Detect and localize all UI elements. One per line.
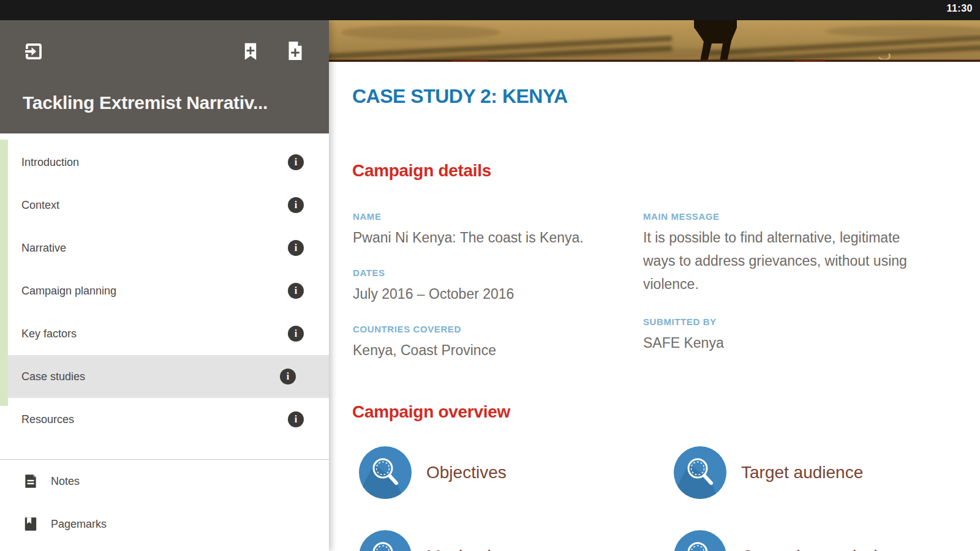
sidebar-tools: Notes Pagemarks: [0, 460, 329, 545]
sidebar-item-key-factors[interactable]: Key factors i: [0, 312, 329, 355]
overview-heading: Campaign overview: [352, 402, 510, 422]
magnifier-icon: [359, 530, 412, 551]
main-content: CASE STUDY 2: KENYA Campaign details NAM…: [329, 20, 980, 551]
overview-item-mechanisms[interactable]: Mechanisms: [359, 530, 522, 551]
chapter-nav: Introduction i Context i Narrative i Cam…: [0, 141, 329, 441]
app-screen: 11:30: [0, 0, 980, 551]
add-pagemark-button[interactable]: [240, 40, 261, 62]
add-pagemark-icon: [240, 55, 261, 64]
field-submitted-by: SUBMITTED BY SAFE Kenya: [643, 317, 931, 354]
magnifier-icon: [359, 446, 412, 499]
overview-label: Objectives: [426, 463, 507, 482]
sidebar-item-label: Key factors: [21, 328, 77, 340]
info-icon[interactable]: i: [288, 197, 304, 213]
overview-item-target-audience[interactable]: Target audience: [674, 446, 863, 499]
add-note-button[interactable]: [284, 39, 306, 62]
field-label: COUNTRIES COVERED: [353, 324, 641, 334]
status-bar: 11:30: [0, 0, 980, 20]
field-value: Pwani Ni Kenya: The coast is Kenya.: [353, 226, 641, 249]
overview-item-objectives[interactable]: Objectives: [359, 446, 507, 499]
note-document-icon: [23, 472, 39, 490]
magnifier-icon: [674, 530, 726, 551]
details-heading: Campaign details: [352, 161, 491, 181]
field-value: It is possible to find alternative, legi…: [643, 226, 931, 296]
sidebar-item-label: Context: [21, 199, 59, 212]
info-icon[interactable]: i: [288, 326, 304, 342]
overview-label: Target audience: [741, 463, 863, 482]
field-value: Kenya, Coast Province: [353, 339, 641, 362]
pagemarks-item[interactable]: Pagemarks: [0, 503, 329, 545]
field-value: SAFE Kenya: [643, 331, 931, 354]
sidebar-item-label: Narrative: [21, 242, 66, 255]
field-countries-covered: COUNTRIES COVERED Kenya, Coast Province: [353, 324, 641, 362]
sidebar-item-label: Case studies: [21, 370, 85, 383]
sidebar-item-label: Introduction: [21, 156, 79, 169]
exit-button[interactable]: [22, 40, 45, 63]
overview-item-campaign-analysis[interactable]: Campaign analysis: [674, 530, 886, 551]
magnifier-icon: [674, 446, 726, 499]
notes-item[interactable]: Notes: [0, 460, 329, 503]
field-label: MAIN MESSAGE: [643, 211, 931, 222]
add-note-icon: [284, 55, 306, 64]
book-title: Tackling Extremist Narrativ...: [23, 92, 317, 113]
field-label: SUBMITTED BY: [643, 317, 931, 327]
field-main-message: MAIN MESSAGE It is possible to find alte…: [643, 211, 931, 296]
sidebar-item-introduction[interactable]: Introduction i: [0, 141, 329, 184]
sidebar-item-case-studies[interactable]: Case studies i: [8, 355, 329, 398]
sidebar-item-campaign-planning[interactable]: Campaign planning i: [0, 269, 329, 312]
sidebar-item-narrative[interactable]: Narrative i: [0, 227, 329, 269]
info-icon[interactable]: i: [288, 411, 304, 427]
details-left-column: NAME Pwani Ni Kenya: The coast is Kenya.…: [353, 211, 641, 380]
sidebar-item-context[interactable]: Context i: [0, 184, 329, 227]
sidebar-item-label: Campaign planning: [21, 285, 116, 298]
pagemark-icon: [23, 515, 39, 533]
info-icon[interactable]: i: [280, 369, 296, 384]
field-label: NAME: [353, 211, 641, 222]
field-name: NAME Pwani Ni Kenya: The coast is Kenya.: [353, 211, 641, 249]
banner-image: [329, 20, 980, 62]
sidebar-header: Tackling Extremist Narrativ...: [0, 20, 329, 133]
sidebar-item-resources[interactable]: Resources i: [0, 398, 329, 441]
pagemarks-label: Pagemarks: [51, 518, 107, 531]
overview-label: Mechanisms: [426, 547, 522, 551]
sidebar-item-label: Resources: [21, 413, 74, 426]
page-title: CASE STUDY 2: KENYA: [352, 85, 567, 108]
field-dates: DATES July 2016 – October 2016: [353, 268, 641, 305]
field-label: DATES: [353, 268, 641, 278]
info-icon[interactable]: i: [288, 240, 304, 256]
sidebar: Tackling Extremist Narrativ... Introduct…: [0, 20, 329, 551]
overview-label: Campaign analysis: [741, 547, 886, 551]
details-right-column: MAIN MESSAGE It is possible to find alte…: [643, 211, 931, 373]
field-value: July 2016 – October 2016: [353, 282, 641, 305]
status-time: 11:30: [946, 3, 973, 14]
info-icon[interactable]: i: [288, 283, 304, 299]
notes-label: Notes: [51, 475, 80, 488]
exit-to-app-icon: [22, 56, 45, 65]
info-icon[interactable]: i: [288, 154, 304, 170]
